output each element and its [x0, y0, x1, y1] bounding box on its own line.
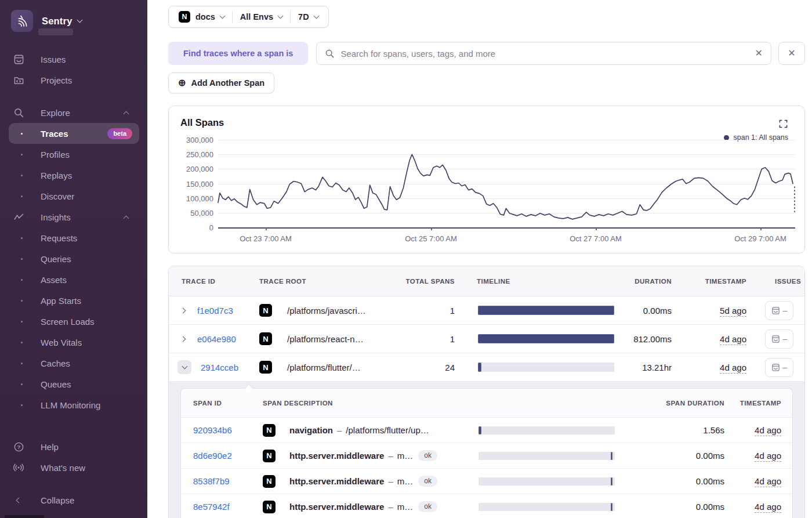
timeline-bar[interactable] [478, 334, 614, 343]
sidebar-item-label: Screen Loads [41, 317, 95, 327]
sidebar-item-label: Queues [41, 379, 71, 389]
sidebar-item-web-vitals[interactable]: Web Vitals [0, 332, 147, 353]
bullet-icon [19, 383, 24, 385]
sidebar-item-caches[interactable]: Caches [0, 353, 147, 374]
span-timeline-bar[interactable] [478, 452, 615, 460]
timestamp[interactable]: 5d ago [720, 306, 746, 317]
chart-plot-area[interactable]: Oct 23 7:00 AM Oct 25 7:00 AM Oct 27 7:0… [218, 140, 795, 227]
sidebar-item-queues[interactable]: Queues [0, 374, 147, 394]
duration: 13.21hr [618, 363, 673, 372]
span-row: 8d6e90e2 N http.server.middleware – m… o… [181, 443, 792, 469]
sidebar: Sentry Issues Projects [0, 0, 147, 518]
x-tick-label: Oct 23 7:00 AM [240, 234, 292, 243]
search-input[interactable] [340, 49, 749, 59]
sidebar-item-screen-loads[interactable]: Screen Loads [0, 311, 147, 332]
span-description: /platforms/flutter/up… [346, 425, 429, 435]
nextjs-project-icon: N [263, 450, 276, 462]
project-name: docs [195, 12, 215, 21]
table-row: e064e980 N /platforms/react-n… 1 812.00m… [169, 325, 804, 353]
sidebar-item-help[interactable]: ? Help [0, 436, 147, 457]
col-header-span-duration: Span Duration [619, 400, 726, 407]
section-label: Explore [41, 108, 70, 118]
timeline-bar[interactable] [478, 363, 614, 372]
add-another-span-button[interactable]: ⊕ Add Another Span [168, 73, 274, 93]
sidebar-item-issues[interactable]: Issues [0, 49, 147, 70]
span-search-box[interactable]: ✕ [316, 42, 771, 65]
separator: – [388, 451, 393, 461]
nextjs-project-icon: N [179, 11, 190, 23]
sidebar-item-label: Projects [41, 75, 72, 85]
timeline-bar[interactable] [478, 306, 614, 315]
span-row: 920934b6 N navigation – /platforms/flutt… [181, 418, 792, 443]
sidebar-item-traces[interactable]: Traces beta [0, 123, 147, 144]
chevron-left-icon [11, 498, 26, 502]
span-timestamp[interactable]: 4d ago [755, 476, 781, 487]
plus-circle-icon: ⊕ [178, 78, 186, 88]
issues-icon [771, 306, 780, 315]
span-op: http.server.middleware [289, 451, 384, 461]
sidebar-item-requests[interactable]: Requests [0, 227, 147, 248]
status-badge: ok [418, 501, 437, 512]
expand-row-button[interactable] [177, 334, 188, 344]
span-op: http.server.middleware [289, 502, 384, 512]
org-switcher[interactable]: Sentry [0, 0, 147, 34]
span-timestamp[interactable]: 4d ago [755, 502, 781, 513]
sidebar-item-discover[interactable]: Discover [0, 186, 147, 207]
projects-icon [11, 75, 26, 86]
sidebar-item-llm-monitoring[interactable]: LLM Monitoring [0, 394, 147, 415]
collapse-row-button[interactable] [177, 360, 191, 374]
trace-root: /platforms/flutter/… [287, 363, 361, 372]
sidebar-item-replays[interactable]: Replays [0, 165, 147, 186]
status-badge: ok [418, 450, 437, 461]
issues-button[interactable]: – [765, 301, 793, 320]
trace-id-link[interactable]: 2914cceb [201, 363, 238, 372]
trace-id-link[interactable]: f1e0d7c3 [197, 306, 233, 316]
sidebar-item-queries[interactable]: Queries [0, 248, 147, 269]
span-timeline-bar[interactable] [478, 503, 615, 511]
org-subtitle-placeholder [38, 28, 73, 35]
sidebar-item-projects[interactable]: Projects [0, 70, 147, 90]
chevron-down-icon [278, 13, 284, 19]
fullscreen-icon[interactable] [779, 119, 788, 131]
issues-count: – [783, 334, 788, 343]
remove-span-filter-button[interactable]: ✕ [778, 42, 805, 65]
sidebar-collapse-button[interactable]: Collapse [0, 490, 147, 510]
y-tick-label: 50,000 [169, 209, 213, 217]
span-id-link[interactable]: 8e57942f [193, 502, 230, 512]
clear-search-icon[interactable]: ✕ [755, 49, 763, 58]
sidebar-item-app-starts[interactable]: App Starts [0, 290, 147, 311]
trace-id-link[interactable]: e064e980 [197, 334, 236, 344]
date-range-selector[interactable]: 7D [291, 12, 326, 21]
span-condition-pill[interactable]: Find traces where a span is [168, 42, 308, 65]
span-timeline-bar[interactable] [478, 477, 615, 486]
sidebar-section-explore[interactable]: Explore [0, 102, 147, 123]
timestamp[interactable]: 4d ago [720, 363, 746, 374]
span-timestamp[interactable]: 4d ago [755, 425, 781, 436]
bullet-icon [19, 300, 24, 302]
project-selector[interactable]: N docs [171, 11, 232, 23]
span-timestamp[interactable]: 4d ago [755, 451, 781, 462]
x-axis-line [218, 227, 795, 229]
sidebar-item-whats-new[interactable]: What's new [0, 457, 147, 478]
total-spans: 24 [383, 363, 456, 372]
bullet-icon [19, 154, 24, 155]
nextjs-project-icon: N [259, 361, 272, 374]
sidebar-section-insights[interactable]: Insights [0, 207, 147, 227]
sidebar-item-assets[interactable]: Assets [0, 269, 147, 290]
expand-row-button[interactable] [177, 305, 188, 316]
span-id-link[interactable]: 8d6e90e2 [193, 451, 232, 461]
span-id-link[interactable]: 8538f7b9 [193, 476, 230, 486]
sidebar-item-profiles[interactable]: Profiles [0, 144, 147, 165]
span-timeline-bar[interactable] [478, 426, 615, 434]
chart-title: All Spans [180, 117, 224, 128]
span-id-link[interactable]: 920934b6 [193, 425, 232, 435]
timestamp[interactable]: 4d ago [720, 334, 746, 345]
y-tick-label: 150,000 [169, 180, 213, 188]
y-tick-label: 250,000 [169, 150, 213, 158]
issues-button[interactable]: – [765, 329, 793, 349]
all-spans-chart-card: All Spans span 1: All spans 300,000 250,… [168, 106, 805, 253]
sidebar-item-label: Traces [41, 129, 68, 139]
environment-selector[interactable]: All Envs [233, 12, 290, 21]
page-filter-bar: N docs All Envs 7D [168, 6, 329, 28]
issues-button[interactable]: – [765, 358, 793, 377]
